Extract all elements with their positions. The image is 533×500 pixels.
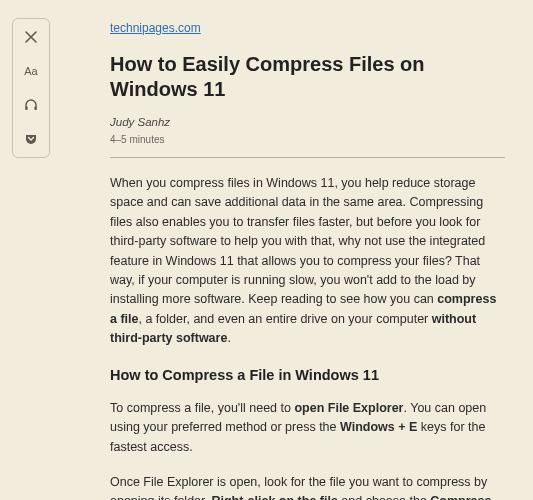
text-bold: open File Explorer [294, 401, 403, 415]
source-link[interactable]: technipages.com [110, 21, 201, 35]
text-run: and choose the [338, 494, 430, 500]
save-pocket-button[interactable] [21, 129, 41, 149]
separator [110, 157, 505, 158]
section-heading: How to Compress a File in Windows 11 [110, 364, 505, 386]
text-bold: Windows + E [340, 420, 417, 434]
svg-rect-1 [34, 107, 36, 111]
article-container: technipages.com How to Easily Compress F… [50, 18, 515, 500]
reader-page: Aa technipages.com How to Easily Compres… [0, 0, 533, 500]
reader-toolbar: Aa [12, 18, 50, 158]
svg-rect-0 [25, 107, 27, 111]
listen-button[interactable] [21, 95, 41, 115]
text-bold: Right-click on the file [211, 494, 337, 500]
close-icon [25, 31, 37, 43]
typography-button[interactable]: Aa [21, 61, 41, 81]
article-author: Judy Sanhz [110, 116, 505, 128]
pocket-icon [24, 132, 38, 146]
article-title: How to Easily Compress Files on Windows … [110, 52, 505, 102]
text-run: , a folder, and even an entire drive on … [139, 312, 432, 326]
paragraph: Once File Explorer is open, look for the… [110, 473, 505, 500]
paragraph: To compress a file, you'll need to open … [110, 399, 505, 457]
paragraph: When you compress files in Windows 11, y… [110, 174, 505, 348]
close-button[interactable] [21, 27, 41, 47]
text-run: . [227, 331, 230, 345]
headphones-icon [24, 98, 38, 112]
article-body: When you compress files in Windows 11, y… [110, 174, 505, 500]
article-readtime: 4–5 minutes [110, 134, 505, 145]
text-run: When you compress files in Windows 11, y… [110, 176, 485, 306]
text-run: To compress a file, you'll need to [110, 401, 294, 415]
